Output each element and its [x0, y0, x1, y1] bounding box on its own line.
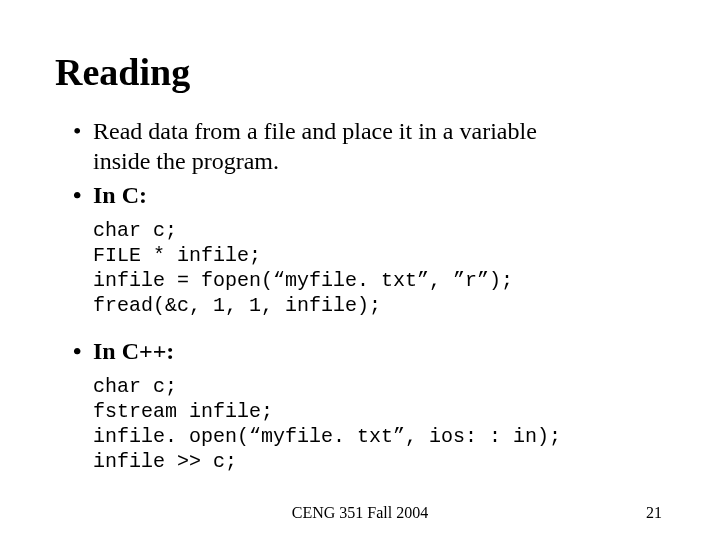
slide: Reading Read data from a file and place … — [0, 0, 720, 540]
bullet-text-line: Read data from a file and place it in a … — [93, 118, 537, 144]
page-number: 21 — [646, 504, 662, 522]
bullet-list: Read data from a file and place it in a … — [55, 116, 665, 210]
code-block-cpp: char c; fstream infile; infile. open(“my… — [93, 374, 665, 474]
bullet-item: In C: — [73, 180, 665, 210]
footer-center: CENG 351 Fall 2004 — [0, 504, 720, 522]
bullet-item: Read data from a file and place it in a … — [73, 116, 665, 176]
bullet-text: In C: — [93, 182, 147, 208]
slide-title: Reading — [55, 50, 665, 94]
bullet-list: In C++: — [55, 336, 665, 366]
code-block-c: char c; FILE * infile; infile = fopen(“m… — [93, 218, 665, 318]
bullet-text: In C++: — [93, 338, 174, 364]
bullet-item: In C++: — [73, 336, 665, 366]
bullet-text-line: inside the program. — [93, 148, 279, 174]
